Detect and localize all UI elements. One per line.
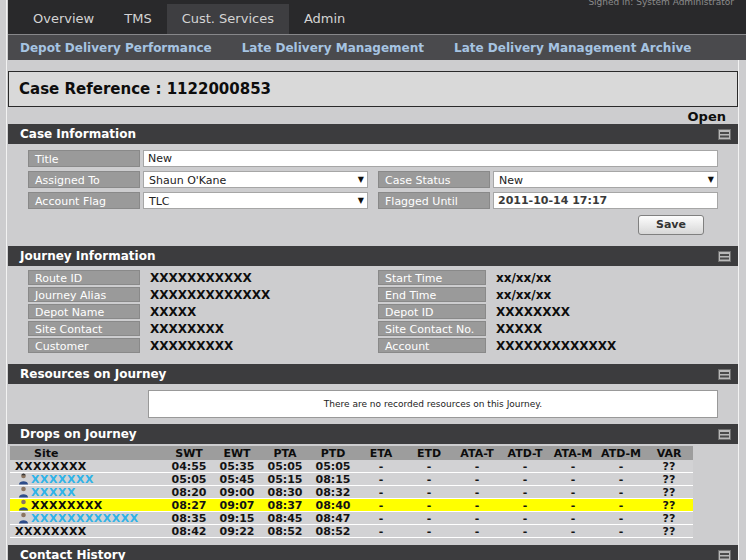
cell-ata-t: - <box>453 525 501 538</box>
dropdown-caret-icon: ▼ <box>358 175 364 184</box>
cell-ata-m: - <box>549 486 597 499</box>
site-link[interactable]: XXXXX <box>31 486 76 499</box>
cell-ptd: 08:52 <box>309 525 357 538</box>
resources-empty-message: There are no recorded resources on this … <box>324 399 542 409</box>
cell-etd: - <box>405 525 453 538</box>
site-contact-no-label: Site Contact No. <box>378 321 486 336</box>
section-contact-history: Contact History <box>8 545 738 560</box>
cell-ptd: 08:47 <box>309 512 357 525</box>
cell-var: ?? <box>645 512 693 525</box>
cell-pta: 05:15 <box>261 473 309 486</box>
cell-ptd: 08:32 <box>309 486 357 499</box>
table-row[interactable]: XXXXXXXXXXXX 08:35 09:15 08:45 08:47 - -… <box>10 512 693 525</box>
cell-ata-t: - <box>453 512 501 525</box>
app-window: Signed in: System Administrator Overview… <box>0 0 746 560</box>
cell-atd-t: - <box>501 486 549 499</box>
title-input[interactable] <box>143 150 718 167</box>
cell-etd: - <box>405 512 453 525</box>
cell-atd-m: - <box>597 460 645 473</box>
cell-atd-m: - <box>597 512 645 525</box>
case-status-open-label: Open <box>8 107 738 124</box>
tab-overview[interactable]: Overview <box>18 4 109 34</box>
section-title: Journey Information <box>20 249 155 263</box>
table-row[interactable]: XXXXXXXX 04:55 05:35 05:05 05:05 - - - -… <box>10 460 693 473</box>
journey-information-body: Route IDXXXXXXXXXXX Journey AliasXXXXXXX… <box>8 266 738 359</box>
assigned-to-dropdown[interactable]: Shaun O'Kane ▼ <box>143 171 368 188</box>
person-icon <box>18 473 29 485</box>
dropdown-caret-icon: ▼ <box>358 196 364 205</box>
end-time-value: xx/xx/xx <box>486 287 551 302</box>
cell-atd-m: - <box>597 486 645 499</box>
cell-ewt: 09:15 <box>213 512 261 525</box>
collapse-icon[interactable] <box>718 129 731 140</box>
tab-tms[interactable]: TMS <box>109 4 166 34</box>
column-header-var: VAR <box>645 447 693 460</box>
site-link[interactable]: XXXXXXX <box>31 473 94 486</box>
page-content: Case Reference : 1122000853 Open Case In… <box>8 71 738 560</box>
cell-swt: 08:27 <box>165 499 213 512</box>
cell-pta: 08:37 <box>261 499 309 512</box>
journey-alias-label: Journey Alias <box>28 287 140 302</box>
case-status-dropdown[interactable]: New ▼ <box>493 171 718 188</box>
account-label: Account <box>378 338 486 353</box>
site-contact-no-value: XXXXX <box>486 321 542 336</box>
table-row-highlighted[interactable]: XXXXXXXX 08:27 09:07 08:37 08:40 - - - -… <box>10 499 693 512</box>
cell-atd-t: - <box>501 525 549 538</box>
tab-admin[interactable]: Admin <box>289 4 360 34</box>
assigned-to-label: Assigned To <box>28 171 140 188</box>
collapse-icon[interactable] <box>718 251 731 262</box>
collapse-icon[interactable] <box>718 550 731 560</box>
case-reference-banner: Case Reference : 1122000853 <box>8 71 738 107</box>
site-cell: XXXXXXXX <box>10 460 165 473</box>
cell-atd-m: - <box>597 473 645 486</box>
site-label: XXXXXXXX <box>31 499 103 512</box>
cell-pta: 08:52 <box>261 525 309 538</box>
subnav-depot-delivery-performance[interactable]: Depot Delivery Performance <box>20 41 212 55</box>
person-icon <box>18 512 29 524</box>
cell-ata-t: - <box>453 473 501 486</box>
cell-ptd: 05:05 <box>309 460 357 473</box>
person-icon <box>18 499 29 511</box>
cell-var: ?? <box>645 460 693 473</box>
route-id-value: XXXXXXXXXXX <box>140 270 252 285</box>
cell-ewt: 09:07 <box>213 499 261 512</box>
site-link[interactable]: XXXXXXXXXXXX <box>31 512 139 525</box>
table-row[interactable]: XXXXXXX 05:05 05:45 05:15 08:15 - - - - … <box>10 473 693 486</box>
account-value: XXXXXXXXXXXXX <box>486 338 616 353</box>
cell-ewt: 05:35 <box>213 460 261 473</box>
site-contact-label: Site Contact <box>28 321 140 336</box>
subnav-late-delivery-management[interactable]: Late Delivery Management <box>242 41 424 55</box>
table-row[interactable]: XXXXX 08:20 09:00 08:30 08:32 - - - - - … <box>10 486 693 499</box>
site-label: XXXXXXXX <box>15 525 87 538</box>
column-header-etd: ETD <box>405 447 453 460</box>
table-row[interactable]: XXXXXXXX 08:42 09:22 08:52 08:52 - - - -… <box>10 525 693 538</box>
case-information-body: Title Assigned To Shaun O'Kane ▼ Case St… <box>8 144 738 241</box>
cell-ptd: 08:40 <box>309 499 357 512</box>
customer-value: XXXXXXXXX <box>140 338 233 353</box>
collapse-icon[interactable] <box>718 429 731 440</box>
cell-atd-m: - <box>597 525 645 538</box>
column-header-ptd: PTD <box>309 447 357 460</box>
collapse-icon[interactable] <box>718 369 731 380</box>
depot-name-value: XXXXX <box>140 304 196 319</box>
cell-eta: - <box>357 486 405 499</box>
route-id-label: Route ID <box>28 270 140 285</box>
tab-cust-services[interactable]: Cust. Services <box>167 4 289 34</box>
flagged-until-input[interactable] <box>493 192 718 209</box>
cell-swt: 08:20 <box>165 486 213 499</box>
site-cell: XXXXX <box>10 486 165 499</box>
cell-eta: - <box>357 473 405 486</box>
subnav-late-delivery-management-archive[interactable]: Late Delivery Management Archive <box>454 41 691 55</box>
case-status-label: Case Status <box>378 171 490 188</box>
save-button[interactable]: Save <box>638 215 704 235</box>
account-flag-dropdown[interactable]: TLC ▼ <box>143 192 368 209</box>
cell-atd-m: - <box>597 499 645 512</box>
cell-eta: - <box>357 499 405 512</box>
resources-body: There are no recorded resources on this … <box>8 390 738 418</box>
cell-eta: - <box>357 460 405 473</box>
journey-alias-value: XXXXXXXXXXXXX <box>140 287 270 302</box>
cell-eta: - <box>357 525 405 538</box>
account-flag-label: Account Flag <box>28 192 140 209</box>
cell-ata-t: - <box>453 499 501 512</box>
section-header-drops: Drops on Journey <box>8 424 738 444</box>
